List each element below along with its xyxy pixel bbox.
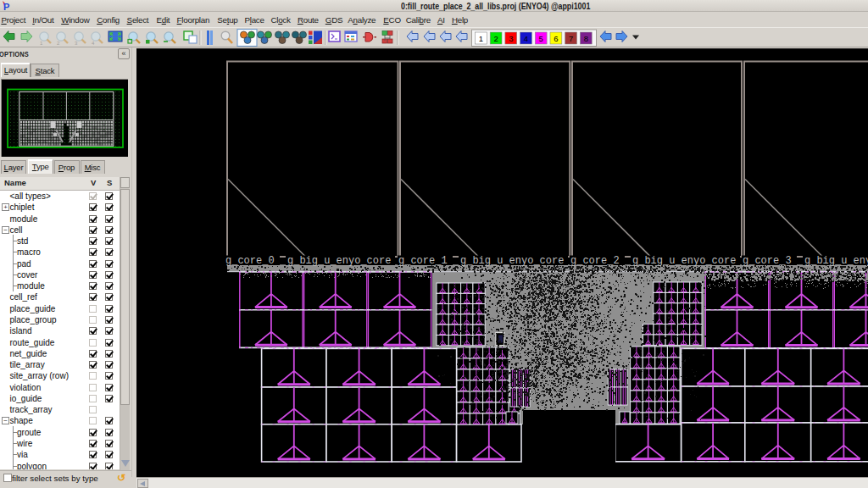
svg-text:g_big_u_enyo_core: g_big_u_enyo_core (632, 255, 736, 267)
svg-text:7: 7 (569, 34, 573, 43)
svg-text:2: 2 (57, 41, 60, 46)
svg-text:2: 2 (493, 34, 498, 43)
svg-text:4: 4 (92, 41, 95, 46)
svg-text:g_core_1: g_core_1 (398, 255, 448, 267)
svg-text:3: 3 (75, 41, 78, 46)
svg-text:g_core_3: g_core_3 (743, 255, 792, 267)
svg-text:g_core_0: g_core_0 (225, 255, 275, 267)
svg-text:g_big_u_enyo_core: g_big_u_enyo_core (460, 255, 564, 267)
svg-text:1: 1 (479, 34, 483, 43)
svg-text:3: 3 (509, 34, 513, 43)
svg-text:4: 4 (524, 34, 528, 43)
svg-text:g_core_2: g_core_2 (570, 255, 620, 267)
svg-text:P: P (3, 2, 9, 12)
svg-text:1: 1 (40, 41, 43, 46)
svg-text:g_big_u_enyo_core: g_big_u_enyo_core (804, 255, 868, 267)
svg-text:5: 5 (539, 34, 543, 43)
svg-text:6: 6 (554, 34, 558, 43)
svg-text:g_big_u_enyo_core: g_big_u_enyo_core (287, 255, 391, 267)
svg-text:8: 8 (584, 34, 588, 43)
